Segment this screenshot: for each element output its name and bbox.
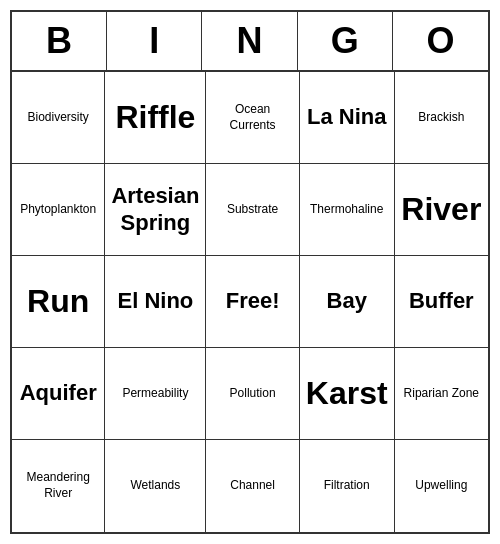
cell-text-23: Filtration	[324, 478, 370, 494]
cell-text-20: Meandering River	[18, 470, 98, 501]
bingo-cell-3: La Nina	[300, 72, 395, 164]
bingo-grid: BiodiversityRiffleOcean CurrentsLa NinaB…	[12, 72, 488, 532]
bingo-cell-13: Bay	[300, 256, 395, 348]
cell-text-10: Run	[27, 284, 89, 319]
cell-text-19: Riparian Zone	[404, 386, 479, 402]
cell-text-4: Brackish	[418, 110, 464, 126]
header-letter-O: O	[393, 12, 488, 70]
cell-text-7: Substrate	[227, 202, 278, 218]
cell-text-8: Thermohaline	[310, 202, 383, 218]
cell-text-12: Free!	[226, 288, 280, 314]
cell-text-0: Biodiversity	[28, 110, 89, 126]
bingo-header: BINGO	[12, 12, 488, 72]
bingo-cell-2: Ocean Currents	[206, 72, 299, 164]
bingo-cell-6: Artesian Spring	[105, 164, 206, 256]
cell-text-24: Upwelling	[415, 478, 467, 494]
bingo-cell-8: Thermohaline	[300, 164, 395, 256]
bingo-cell-0: Biodiversity	[12, 72, 105, 164]
bingo-cell-14: Buffer	[395, 256, 488, 348]
bingo-card: BINGO BiodiversityRiffleOcean CurrentsLa…	[10, 10, 490, 534]
bingo-cell-7: Substrate	[206, 164, 299, 256]
bingo-cell-16: Permeability	[105, 348, 206, 440]
bingo-cell-19: Riparian Zone	[395, 348, 488, 440]
bingo-cell-12: Free!	[206, 256, 299, 348]
bingo-cell-24: Upwelling	[395, 440, 488, 532]
bingo-cell-11: El Nino	[105, 256, 206, 348]
bingo-cell-17: Pollution	[206, 348, 299, 440]
cell-text-5: Phytoplankton	[20, 202, 96, 218]
header-letter-N: N	[202, 12, 297, 70]
cell-text-15: Aquifer	[20, 380, 97, 406]
bingo-cell-22: Channel	[206, 440, 299, 532]
bingo-cell-23: Filtration	[300, 440, 395, 532]
cell-text-14: Buffer	[409, 288, 474, 314]
bingo-cell-9: River	[395, 164, 488, 256]
cell-text-18: Karst	[306, 376, 388, 411]
bingo-cell-5: Phytoplankton	[12, 164, 105, 256]
cell-text-2: Ocean Currents	[212, 102, 292, 133]
cell-text-3: La Nina	[307, 104, 386, 130]
header-letter-G: G	[298, 12, 393, 70]
cell-text-9: River	[401, 192, 481, 227]
bingo-cell-21: Wetlands	[105, 440, 206, 532]
cell-text-11: El Nino	[118, 288, 194, 314]
bingo-cell-18: Karst	[300, 348, 395, 440]
header-letter-I: I	[107, 12, 202, 70]
header-letter-B: B	[12, 12, 107, 70]
bingo-cell-10: Run	[12, 256, 105, 348]
bingo-cell-15: Aquifer	[12, 348, 105, 440]
bingo-cell-1: Riffle	[105, 72, 206, 164]
cell-text-6: Artesian Spring	[111, 183, 199, 236]
cell-text-16: Permeability	[122, 386, 188, 402]
cell-text-22: Channel	[230, 478, 275, 494]
cell-text-1: Riffle	[115, 100, 195, 135]
cell-text-13: Bay	[327, 288, 367, 314]
cell-text-21: Wetlands	[130, 478, 180, 494]
bingo-cell-4: Brackish	[395, 72, 488, 164]
cell-text-17: Pollution	[230, 386, 276, 402]
bingo-cell-20: Meandering River	[12, 440, 105, 532]
